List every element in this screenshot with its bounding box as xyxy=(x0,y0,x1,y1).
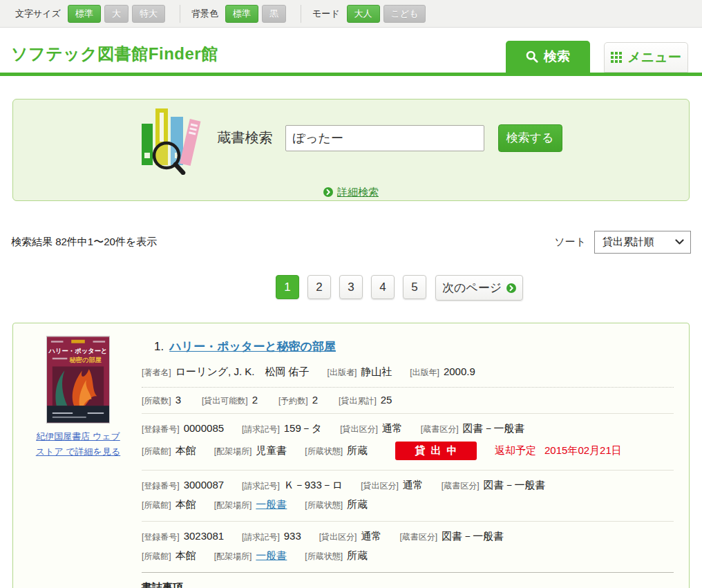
library-value: 本館 xyxy=(176,444,196,457)
result-item-media: ハリー・ポッターと 秘密の部屋 紀伊国屋書店 ウェブストア で詳細を見る xyxy=(35,336,121,588)
loan-type-value: 通常 xyxy=(361,530,381,543)
font-size-large-button[interactable]: 大 xyxy=(104,5,129,23)
page-button-4[interactable]: 4 xyxy=(371,275,395,299)
publisher-label: [出版者] xyxy=(328,367,357,379)
sort-label: ソート xyxy=(554,236,586,249)
page-button-2[interactable]: 2 xyxy=(307,275,331,299)
results-summary: 検索結果 82件中1〜20件を表示 xyxy=(11,236,157,249)
header: ソフテック図書館Finder館 検索 xyxy=(0,28,702,76)
reserve-count-label: [予約数] xyxy=(278,395,308,407)
collection-type-value: 図書－一般書 xyxy=(483,479,545,492)
state-label: [所蔵状態] xyxy=(305,500,343,511)
page-button-3[interactable]: 3 xyxy=(339,275,363,299)
font-size-label: 文字サイズ xyxy=(15,8,61,20)
search-button[interactable]: 検索する xyxy=(498,124,562,152)
tab-search-label: 検索 xyxy=(544,48,570,66)
font-size-xlarge-button[interactable]: 特大 xyxy=(132,5,165,23)
reg-number-label: [登録番号] xyxy=(142,424,180,435)
chevron-down-icon xyxy=(675,239,684,245)
author-value: ローリング, J. K. 松岡 佑子 xyxy=(176,366,310,379)
collection-type-label: [蔵書区分] xyxy=(399,531,437,543)
search-icon xyxy=(526,50,538,63)
available-count-value: 2 xyxy=(252,394,258,406)
pub-year-value: 2000.9 xyxy=(444,366,475,377)
library-label: [所蔵館] xyxy=(142,446,171,457)
header-accent-bar xyxy=(0,73,702,76)
holding-record: [登録番号]0000085 [請求記号]159－タ [貸出区分]通常 [蔵書区分… xyxy=(142,414,674,471)
return-due-date: 2015年02月21日 xyxy=(544,444,622,457)
loan-type-label: [貸出区分] xyxy=(361,480,399,492)
divider xyxy=(301,5,301,23)
available-count-label: [貸出可能数] xyxy=(202,395,248,407)
holding-record: [登録番号]3023081 [請求記号]933 [貸出区分]通常 [蔵書区分]図… xyxy=(142,522,674,573)
call-number-value: Ｋ－933－ロ xyxy=(284,479,343,492)
accessibility-bar: 文字サイズ 標準 大 特大 背景色 標準 黒 モード 大人 こども xyxy=(0,0,702,28)
shelf-label: [配架場所] xyxy=(214,551,252,562)
loan-type-value: 通常 xyxy=(382,422,403,435)
catalog-search-label: 蔵書検索 xyxy=(218,129,273,147)
books-search-icon xyxy=(140,102,201,175)
arrow-circle-icon xyxy=(323,187,333,197)
results-bar: 検索結果 82件中1〜20件を表示 ソート 貸出累計順 xyxy=(11,230,691,254)
pagination: 1 2 3 4 5 次のページ xyxy=(0,275,702,301)
advanced-search-link[interactable]: 詳細検索 xyxy=(337,186,379,199)
result-title-link[interactable]: ハリー・ポッターと秘密の部屋 xyxy=(169,339,336,354)
kinokuniya-store-link[interactable]: 紀伊国屋書店 ウェブストア で詳細を見る xyxy=(35,429,121,459)
bg-black-button[interactable]: 黒 xyxy=(262,5,286,23)
shelf-location-link[interactable]: 一般書 xyxy=(256,498,287,511)
state-label: [所蔵状態] xyxy=(305,446,343,457)
search-input[interactable] xyxy=(285,125,484,151)
call-number-value: 933 xyxy=(284,530,301,542)
return-info: 返却予定 2015年02月21日 xyxy=(495,444,622,457)
publisher-value: 静山社 xyxy=(361,366,392,379)
tab-menu[interactable]: メニュー xyxy=(604,42,688,73)
shelf-location-link[interactable]: 一般書 xyxy=(256,549,287,562)
book-cover-image[interactable]: ハリー・ポッターと 秘密の部屋 xyxy=(46,336,110,424)
sort-select[interactable]: 貸出累計順 xyxy=(594,231,691,254)
holdings-count-label: [所蔵数] xyxy=(142,395,171,407)
library-value: 本館 xyxy=(176,498,196,511)
shelf-label: [配架場所] xyxy=(214,446,252,457)
divider xyxy=(180,5,180,23)
call-number-label: [請求記号] xyxy=(242,480,280,492)
loan-type-value: 通常 xyxy=(403,479,424,492)
svg-text:秘密の部屋: 秘密の部屋 xyxy=(68,356,102,363)
next-page-button[interactable]: 次のページ xyxy=(435,275,523,301)
loan-total-value: 25 xyxy=(381,394,392,406)
page-button-5[interactable]: 5 xyxy=(403,275,426,299)
status-badge: 貸出中 xyxy=(395,442,477,460)
shelf-value: 児童書 xyxy=(256,444,287,457)
page-button-1[interactable]: 1 xyxy=(276,275,299,299)
call-number-value: 159－タ xyxy=(284,422,322,435)
reg-number-value: 0000085 xyxy=(184,422,224,434)
loan-total-label: [貸出累計] xyxy=(339,395,377,407)
reg-number-label: [登録番号] xyxy=(142,480,180,492)
arrow-circle-icon xyxy=(506,283,516,293)
site-title[interactable]: ソフテック図書館Finder館 xyxy=(11,43,218,65)
state-value: 所蔵 xyxy=(347,498,368,511)
collection-type-value: 図書－一般書 xyxy=(462,422,524,435)
state-label: [所蔵状態] xyxy=(305,551,343,562)
loan-type-label: [貸出区分] xyxy=(340,424,378,435)
svg-text:ハリー・ポッターと: ハリー・ポッターと xyxy=(48,348,108,354)
mode-adult-button[interactable]: 大人 xyxy=(347,5,380,23)
reg-number-value: 3000087 xyxy=(184,479,224,491)
holdings-count-value: 3 xyxy=(176,394,181,406)
bg-standard-button[interactable]: 標準 xyxy=(225,5,258,23)
mode-kids-button[interactable]: こども xyxy=(383,5,426,23)
menu-grid-icon xyxy=(611,52,622,63)
collection-type-label: [蔵書区分] xyxy=(442,480,480,492)
result-item: ハリー・ポッターと 秘密の部屋 紀伊国屋書店 ウェブストア で詳細を見る 1. … xyxy=(12,323,690,588)
holding-record: [登録番号]3000087 [請求記号]Ｋ－933－ロ [貸出区分]通常 [蔵書… xyxy=(142,471,674,522)
counts-row: [所蔵数]3 [貸出可能数]2 [予約数]2 [貸出累計]25 xyxy=(142,388,674,413)
call-number-label: [請求記号] xyxy=(242,424,280,435)
bg-color-label: 背景色 xyxy=(191,8,218,20)
search-panel: 蔵書検索 検索する 詳細検索 xyxy=(12,99,690,201)
return-due-label: 返却予定 xyxy=(495,444,536,457)
library-label: [所蔵館] xyxy=(142,551,171,562)
font-size-standard-button[interactable]: 標準 xyxy=(68,5,101,23)
state-value: 所蔵 xyxy=(347,549,368,562)
reg-number-label: [登録番号] xyxy=(142,531,180,543)
tab-search[interactable]: 検索 xyxy=(506,41,590,73)
library-label: [所蔵館] xyxy=(142,500,171,511)
